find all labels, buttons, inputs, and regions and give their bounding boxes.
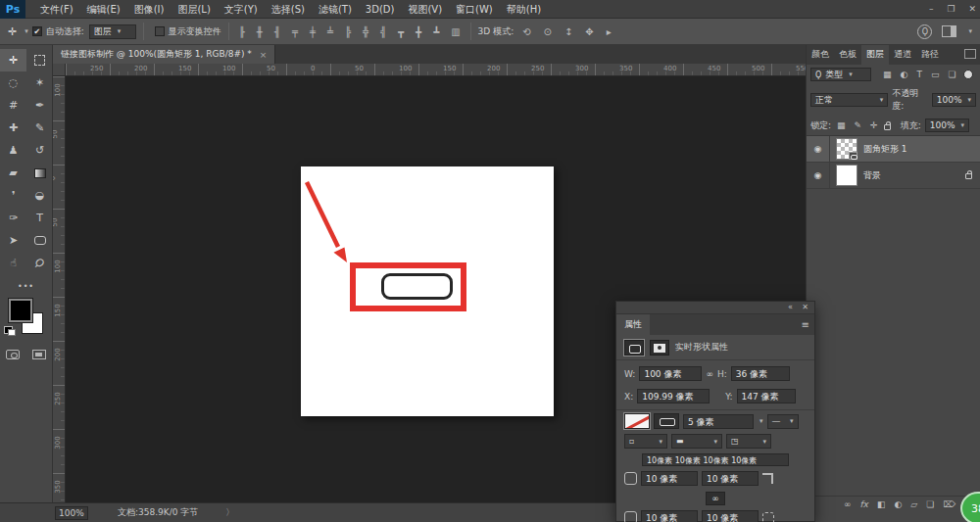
align-icon[interactable]: ╪ [307, 26, 318, 37]
mask-properties-icon[interactable] [650, 340, 669, 356]
type-tool[interactable]: T [26, 207, 53, 229]
tab-properties[interactable]: 属性 [616, 314, 650, 335]
shape-tool[interactable] [26, 229, 53, 252]
stroke-corner-dropdown[interactable]: ◳▾ [726, 434, 771, 449]
radius-br-field[interactable]: 10 像素 [702, 510, 759, 522]
filter-pixel-layers-icon[interactable]: ▦ [881, 70, 894, 79]
screen-mode-icon[interactable] [32, 350, 46, 359]
filter-smart-objects-icon[interactable]: ❏ [946, 70, 957, 79]
brush-tool[interactable]: ✎ [26, 117, 53, 139]
document-tab[interactable]: 链接图标制作 @ 100%(圆角矩形 1, RGB/8#) * × [53, 45, 275, 64]
menu-item[interactable]: 图像(I) [127, 0, 172, 19]
more-tools-icon[interactable]: ••• [0, 282, 52, 291]
close-panel-icon[interactable]: ✕ [802, 303, 808, 311]
opacity-dropdown[interactable]: 100%▾ [932, 93, 976, 107]
radius-summary-field[interactable]: 10像素 10像素 10像素 10像素 [642, 453, 789, 466]
layer-thumbnail[interactable] [836, 138, 858, 160]
filter-toggle[interactable] [963, 70, 973, 79]
tab-通道[interactable]: 通道 [889, 45, 916, 65]
menu-item[interactable]: 图层(L) [171, 0, 217, 19]
tab-路径[interactable]: 路径 [916, 45, 944, 65]
zoom-level-field[interactable]: 100% [55, 506, 88, 520]
radius-tr-field[interactable]: 10 像素 [702, 471, 759, 486]
lock-paint-icon[interactable]: ✎ [853, 120, 864, 130]
align-icon[interactable]: ╫ [254, 26, 266, 37]
menu-item[interactable]: 选择(S) [265, 0, 312, 19]
path-selection-tool[interactable]: ➤ [0, 229, 26, 252]
height-field[interactable]: 36 像素 [731, 366, 790, 381]
collapse-panel-icon[interactable]: « [788, 303, 793, 311]
minimize-button[interactable]: – [929, 0, 934, 19]
shape-properties-icon[interactable] [624, 340, 644, 356]
align-icon[interactable]: ╧ [324, 26, 336, 37]
auto-select-checkbox[interactable]: ✔ [32, 26, 42, 36]
rounded-rectangle-shape[interactable] [381, 273, 453, 300]
mode3d-icon[interactable]: ⟲ [519, 26, 533, 37]
filter-type-layers-icon[interactable]: T [914, 70, 924, 79]
show-transform-checkbox[interactable] [155, 26, 165, 36]
link-wh-icon[interactable]: ∞ [706, 369, 713, 379]
align-icon[interactable]: ╬ [360, 26, 371, 37]
align-icon[interactable]: ╤ [289, 26, 301, 37]
auto-select-dropdown[interactable]: 图层 ▾ [89, 24, 136, 39]
align-icon[interactable]: ╣ [377, 26, 389, 37]
lasso-tool[interactable]: ◌ [0, 71, 26, 94]
y-field[interactable]: 147 像素 [737, 389, 796, 403]
panel-menu-icon[interactable]: ≡ [802, 319, 809, 330]
mode3d-icon[interactable]: ▸ [604, 26, 614, 37]
new-group-icon[interactable]: ▱ [910, 499, 917, 509]
lock-all-icon[interactable] [884, 124, 891, 130]
menu-item[interactable]: 视图(V) [401, 0, 449, 19]
panel-dock-icon[interactable] [964, 49, 976, 59]
stroke-style-dropdown[interactable]: —▾ [767, 414, 799, 429]
align-icon[interactable]: ╠ [342, 26, 354, 37]
align-icon[interactable]: ┳ [395, 26, 407, 37]
eyedropper-tool[interactable]: ✒ [26, 94, 53, 117]
width-field[interactable]: 100 像素 [639, 366, 702, 381]
blur-tool[interactable]: ❜ [0, 184, 26, 207]
menu-item[interactable]: 帮助(H) [500, 0, 548, 19]
menu-item[interactable]: 文件(F) [33, 0, 80, 19]
move-tool[interactable]: ✛ [0, 49, 26, 71]
menu-item[interactable]: 编辑(E) [80, 0, 127, 19]
search-icon[interactable]: Ϙ [917, 24, 932, 39]
stroke-width-field[interactable]: 5 像素 [683, 414, 754, 429]
default-colors-icon[interactable] [4, 326, 13, 334]
history-brush-tool[interactable]: ↺ [26, 139, 53, 162]
filter-shape-layers-icon[interactable]: ▭ [929, 70, 942, 79]
document-canvas[interactable] [301, 166, 554, 416]
menu-item[interactable]: 滤镜(T) [312, 0, 359, 19]
radius-tl-field[interactable]: 10 像素 [641, 471, 698, 486]
hand-tool[interactable]: ☝ [0, 252, 26, 274]
link-radii-button[interactable]: ∞ [706, 492, 725, 505]
stroke-align-dropdown[interactable]: ▫▾ [624, 434, 667, 449]
crop-tool[interactable]: # [0, 94, 26, 117]
layer-row[interactable]: ◉背景 [807, 163, 980, 189]
quick-selection-tool[interactable]: ✶ [26, 71, 53, 94]
tab-close-icon[interactable]: × [260, 50, 268, 60]
pen-tool[interactable]: ✑ [0, 207, 26, 229]
layer-visibility-eye-icon[interactable]: ◉ [807, 163, 830, 188]
align-icon[interactable]: ╋ [413, 26, 424, 37]
tab-图层[interactable]: 图层 [861, 45, 889, 65]
menu-item[interactable]: 窗口(W) [449, 0, 500, 19]
gradient-tool[interactable] [26, 162, 53, 184]
layer-thumbnail[interactable] [836, 165, 858, 186]
status-chevron-icon[interactable]: 〉 [225, 506, 234, 519]
zoom-tool[interactable]: Ϙ [26, 252, 53, 274]
radius-bl-field[interactable]: 10 像素 [641, 510, 698, 522]
stroke-caps-dropdown[interactable]: ▬▾ [671, 434, 722, 449]
fill-color-swatch[interactable] [624, 413, 650, 429]
marquee-tool[interactable] [26, 49, 53, 71]
add-layer-mask-icon[interactable]: ◧ [877, 499, 886, 509]
eraser-tool[interactable]: ▰ [0, 162, 26, 184]
tab-色板[interactable]: 色板 [834, 45, 861, 65]
menu-item[interactable]: 文字(Y) [218, 0, 265, 19]
mode3d-icon[interactable]: ✥ [582, 26, 596, 37]
layer-row[interactable]: ◉圆角矩形 1 [807, 136, 980, 163]
mode3d-icon[interactable]: ⊙ [541, 26, 555, 37]
lock-transparency-icon[interactable]: ▦ [835, 120, 848, 130]
stroke-color-swatch[interactable] [654, 413, 679, 429]
align-icon[interactable]: ▥ [448, 26, 463, 37]
align-icon[interactable]: ╟ [236, 26, 248, 37]
